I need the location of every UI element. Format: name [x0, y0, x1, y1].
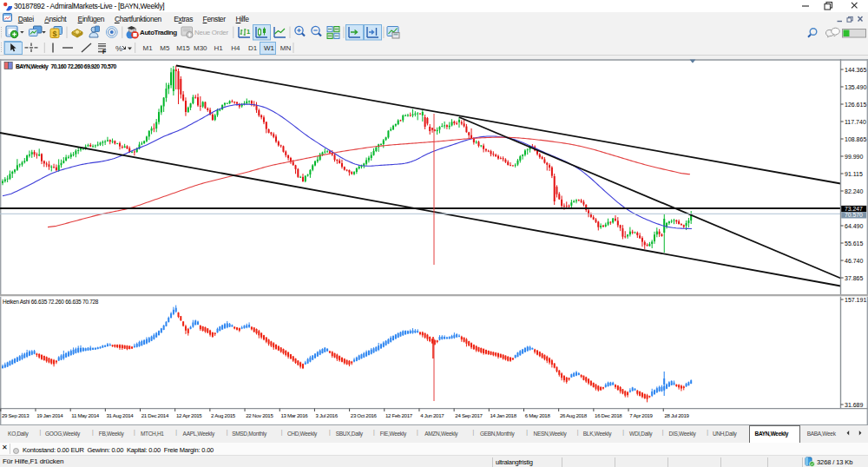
svg-text:99.990: 99.990: [845, 154, 864, 160]
svg-text:64.490: 64.490: [845, 223, 864, 229]
svg-text:126.615: 126.615: [845, 102, 866, 108]
svg-text:55.615: 55.615: [845, 240, 864, 247]
svg-text:2 Aug 2015: 2 Aug 2015: [211, 412, 236, 418]
svg-text:19 Jan 2014: 19 Jan 2014: [36, 412, 63, 418]
svg-text:70.160 72.260 69.920 70.570: 70.160 72.260 69.920 70.570: [51, 63, 117, 69]
svg-text:144.365: 144.365: [845, 67, 866, 73]
svg-text:37.865: 37.865: [845, 275, 864, 281]
svg-text:157.191: 157.191: [845, 297, 866, 303]
svg-text:21 Dec 2014: 21 Dec 2014: [141, 412, 169, 418]
svg-text:24 Sep 2017: 24 Sep 2017: [455, 412, 483, 418]
svg-text:91.115: 91.115: [845, 171, 863, 177]
svg-text:12 Apr 2015: 12 Apr 2015: [176, 412, 202, 418]
svg-text:12 Feb 2017: 12 Feb 2017: [385, 412, 413, 418]
svg-text:117.740: 117.740: [845, 119, 866, 125]
svg-text:108.865: 108.865: [845, 136, 866, 142]
svg-text:22 Nov 2015: 22 Nov 2015: [246, 412, 273, 418]
svg-text:46.740: 46.740: [845, 258, 864, 264]
svg-text:11 May 2014: 11 May 2014: [71, 412, 99, 418]
svg-text:BAYN,Weekly: BAYN,Weekly: [16, 63, 49, 70]
svg-text:82.240: 82.240: [845, 188, 864, 194]
svg-text:70.570: 70.570: [845, 212, 863, 218]
svg-text:28 Jul 2019: 28 Jul 2019: [664, 412, 689, 418]
svg-text:16 Dec 2018: 16 Dec 2018: [595, 412, 622, 418]
svg-text:14 Jan 2018: 14 Jan 2018: [490, 412, 517, 418]
svg-text:26 Aug 2018: 26 Aug 2018: [560, 412, 588, 418]
svg-text:73.247: 73.247: [845, 206, 863, 212]
svg-text:31 Aug 2014: 31 Aug 2014: [107, 412, 135, 418]
svg-text:Heiken Ashi 66.635 72.260 66.6: Heiken Ashi 66.635 72.260 66.635 70.728: [3, 299, 99, 305]
svg-text:4 Jun 2017: 4 Jun 2017: [420, 412, 444, 418]
svg-text:29 Sep 2013: 29 Sep 2013: [2, 412, 30, 418]
svg-text:31.689: 31.689: [845, 402, 864, 408]
svg-text:7 Apr 2019: 7 Apr 2019: [629, 412, 653, 418]
svg-text:3 Jul 2016: 3 Jul 2016: [316, 412, 339, 418]
svg-text:13 Mar 2016: 13 Mar 2016: [280, 412, 308, 418]
svg-text:23 Oct 2016: 23 Oct 2016: [351, 412, 378, 418]
svg-text:6 May 2018: 6 May 2018: [525, 412, 551, 418]
svg-text:135.490: 135.490: [845, 84, 866, 90]
